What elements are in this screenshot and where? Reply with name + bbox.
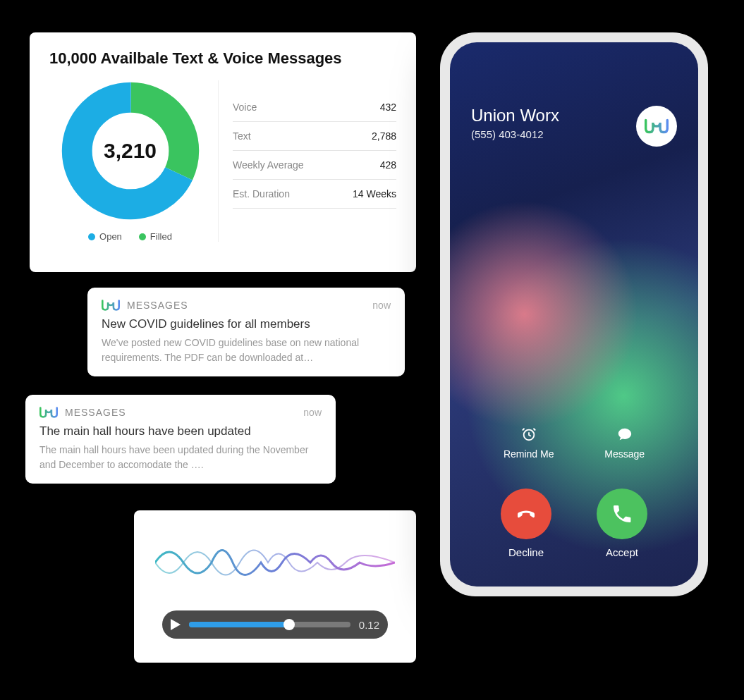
- stat-row: Voice 432: [233, 93, 396, 122]
- notification-card[interactable]: MESSAGES now New COVID guidelines for al…: [87, 288, 405, 376]
- stat-row: Weekly Average 428: [233, 151, 396, 180]
- legend-label: Filled: [150, 231, 172, 242]
- legend-filled: Filled: [139, 231, 172, 242]
- stat-value: 14 Weeks: [353, 188, 396, 199]
- notification-card[interactable]: MESSAGES now The main hall hours have be…: [25, 395, 336, 484]
- notification-body: The main hall hours have been updated du…: [39, 443, 322, 472]
- remind-label: Remind Me: [504, 448, 554, 460]
- stat-label: Weekly Average: [233, 159, 304, 171]
- caller-name: Union Worx: [471, 106, 559, 125]
- decline-label: Decline: [508, 546, 544, 558]
- play-icon[interactable]: [171, 619, 181, 630]
- legend-open: Open: [88, 231, 122, 242]
- notification-body: We've posted new COVID guidelines base o…: [102, 336, 391, 365]
- caller-header: Union Worx (555) 403-4012: [471, 106, 677, 147]
- caller-phone: (555) 403-4012: [471, 128, 559, 140]
- notification-title: The main hall hours have been updated: [39, 424, 322, 438]
- donut-chart: 3,210: [60, 80, 201, 221]
- audio-card: 0.12: [134, 510, 416, 663]
- swatch-icon: [139, 233, 146, 240]
- donut-chart-wrap: 3,210 Open Filled: [49, 80, 219, 242]
- notification-app: MESSAGES: [127, 300, 188, 311]
- phone-screen: Union Worx (555) 403-4012 Remind Me: [450, 42, 698, 587]
- audio-player: 0.12: [162, 610, 388, 639]
- stat-label: Text: [233, 130, 251, 142]
- accept-label: Accept: [606, 546, 638, 558]
- stat-value: 428: [380, 159, 396, 171]
- decline-button[interactable]: Decline: [501, 489, 551, 558]
- stat-row: Est. Duration 14 Weeks: [233, 180, 396, 209]
- app-logo-icon: [39, 406, 58, 419]
- stat-label: Est. Duration: [233, 188, 290, 199]
- accept-button[interactable]: Accept: [597, 489, 647, 558]
- notification-time: now: [303, 407, 322, 418]
- stat-value: 2,788: [372, 130, 396, 142]
- phone-mockup: Union Worx (555) 403-4012 Remind Me: [440, 32, 708, 596]
- stats-table: Voice 432 Text 2,788 Weekly Average 428 …: [233, 80, 396, 242]
- chart-legend: Open Filled: [88, 231, 172, 242]
- waveform-icon: [155, 534, 395, 594]
- accept-circle[interactable]: [597, 489, 647, 539]
- stat-value: 432: [380, 102, 396, 113]
- swatch-icon: [88, 233, 95, 240]
- playback-time: 0.12: [359, 619, 379, 631]
- remind-me-button[interactable]: Remind Me: [504, 426, 554, 460]
- message-label: Message: [604, 448, 645, 460]
- message-button[interactable]: Message: [604, 426, 645, 460]
- seek-slider[interactable]: [189, 622, 350, 627]
- phone-icon: [611, 503, 633, 525]
- slider-thumb[interactable]: [283, 619, 295, 630]
- notification-title: New COVID guidelines for all members: [102, 317, 391, 331]
- decline-circle[interactable]: [501, 489, 551, 539]
- notification-time: now: [372, 300, 391, 311]
- donut-center-value: 3,210: [60, 80, 201, 221]
- phone-down-icon: [513, 501, 539, 527]
- stat-label: Voice: [233, 102, 257, 113]
- stats-title: 10,000 Availbale Text & Voice Messages: [49, 49, 396, 68]
- legend-label: Open: [99, 231, 122, 242]
- stat-row: Text 2,788: [233, 122, 396, 151]
- alarm-icon: [521, 426, 537, 443]
- app-logo-icon: [102, 299, 120, 312]
- stats-card: 10,000 Availbale Text & Voice Messages 3…: [30, 32, 416, 272]
- caller-avatar: [636, 106, 677, 147]
- chat-icon: [617, 426, 633, 443]
- notification-app: MESSAGES: [65, 407, 126, 418]
